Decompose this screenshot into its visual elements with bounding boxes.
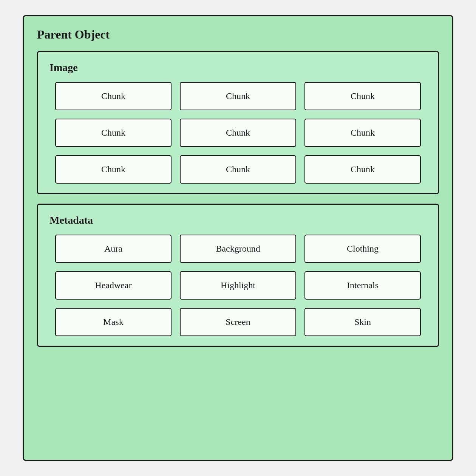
metadata-item-skin[interactable]: Skin: [304, 308, 421, 336]
metadata-item-screen[interactable]: Screen: [180, 308, 296, 336]
metadata-item-mask[interactable]: Mask: [55, 308, 172, 336]
metadata-section-title: Metadata: [49, 214, 427, 226]
image-section-title: Image: [49, 62, 427, 74]
chunk-item-5[interactable]: Chunk: [304, 119, 421, 147]
chunk-item-6[interactable]: Chunk: [55, 155, 172, 184]
chunk-item-1[interactable]: Chunk: [180, 82, 296, 110]
chunk-item-0[interactable]: Chunk: [55, 82, 172, 110]
image-section: Image ChunkChunkChunkChunkChunkChunkChun…: [37, 51, 439, 194]
metadata-item-headwear[interactable]: Headwear: [55, 271, 172, 300]
chunk-item-2[interactable]: Chunk: [304, 82, 421, 110]
chunks-grid: ChunkChunkChunkChunkChunkChunkChunkChunk…: [49, 82, 427, 184]
chunk-item-8[interactable]: Chunk: [304, 155, 421, 184]
metadata-grid: AuraBackgroundClothingHeadwearHighlightI…: [49, 235, 427, 336]
parent-object-title: Parent Object: [37, 28, 439, 42]
metadata-item-clothing[interactable]: Clothing: [304, 235, 421, 263]
metadata-item-internals[interactable]: Internals: [304, 271, 421, 300]
chunk-item-4[interactable]: Chunk: [180, 119, 296, 147]
metadata-item-highlight[interactable]: Highlight: [180, 271, 296, 300]
parent-object-container: Parent Object Image ChunkChunkChunkChunk…: [23, 15, 453, 461]
chunk-item-7[interactable]: Chunk: [180, 155, 296, 184]
chunk-item-3[interactable]: Chunk: [55, 119, 172, 147]
metadata-item-background[interactable]: Background: [180, 235, 296, 263]
metadata-item-aura[interactable]: Aura: [55, 235, 172, 263]
metadata-section: Metadata AuraBackgroundClothingHeadwearH…: [37, 204, 439, 347]
